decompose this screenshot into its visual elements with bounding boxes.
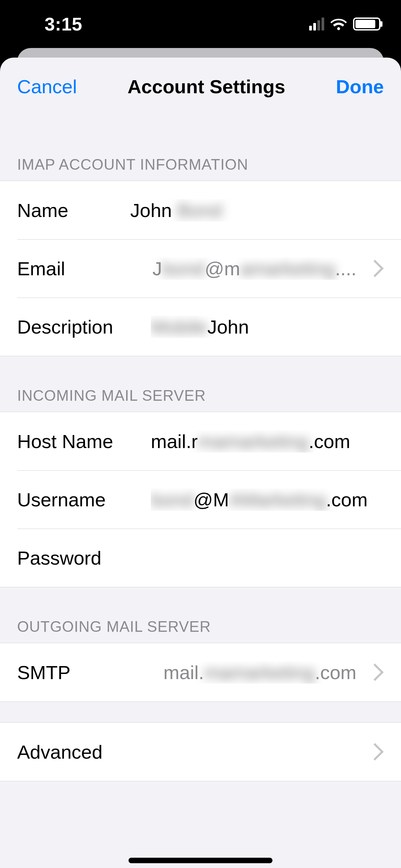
- chevron-right-icon: [366, 260, 384, 277]
- row-advanced[interactable]: Advanced: [0, 723, 401, 781]
- settings-sheet: Cancel Account Settings Done IMAP ACCOUN…: [0, 58, 401, 868]
- page-title: Account Settings: [127, 75, 285, 98]
- section-header-imap: IMAP ACCOUNT INFORMATION: [0, 111, 401, 181]
- smtp-label: SMTP: [17, 661, 130, 684]
- row-username[interactable]: Username bond@MAMarketing.com: [0, 470, 401, 529]
- row-name[interactable]: Name John Bond: [0, 181, 401, 239]
- chevron-right-icon: [366, 743, 384, 761]
- row-description[interactable]: Description MobileJohn: [0, 298, 401, 356]
- battery-icon: [353, 17, 380, 31]
- status-time: 3:15: [45, 13, 82, 35]
- description-label: Description: [17, 316, 151, 338]
- email-value: Jbond@mamarketing....: [130, 257, 363, 280]
- incoming-group: Host Name mail.rmamarketing.com Username…: [0, 412, 401, 587]
- advanced-group: Advanced: [0, 722, 401, 781]
- password-label: Password: [17, 547, 151, 569]
- done-button[interactable]: Done: [336, 75, 384, 98]
- row-hostname[interactable]: Host Name mail.rmamarketing.com: [0, 412, 401, 470]
- chevron-right-icon: [366, 664, 384, 681]
- section-header-incoming: INCOMING MAIL SERVER: [0, 356, 401, 412]
- smtp-value: mail.mamarketing.com: [130, 661, 363, 684]
- wifi-icon: [330, 17, 347, 31]
- description-value[interactable]: MobileJohn: [151, 316, 384, 338]
- cellular-signal-icon: [309, 17, 324, 31]
- username-value[interactable]: bond@MAMarketing.com: [151, 489, 384, 511]
- status-bar: 3:15: [0, 0, 401, 48]
- outgoing-group: SMTP mail.mamarketing.com: [0, 643, 401, 702]
- home-indicator[interactable]: [129, 858, 272, 863]
- name-value[interactable]: John Bond: [130, 199, 384, 221]
- username-label: Username: [17, 489, 151, 511]
- cancel-button[interactable]: Cancel: [17, 75, 77, 98]
- row-smtp[interactable]: SMTP mail.mamarketing.com: [0, 643, 401, 701]
- status-icons: [309, 17, 380, 31]
- navigation-bar: Cancel Account Settings Done: [0, 58, 401, 111]
- row-email[interactable]: Email Jbond@mamarketing....: [0, 239, 401, 298]
- name-label: Name: [17, 199, 130, 221]
- email-label: Email: [17, 257, 130, 280]
- imap-group: Name John Bond Email Jbond@mamarketing..…: [0, 181, 401, 356]
- hostname-value[interactable]: mail.rmamarketing.com: [151, 430, 384, 453]
- advanced-label: Advanced: [17, 741, 363, 763]
- section-header-outgoing: OUTGOING MAIL SERVER: [0, 587, 401, 643]
- row-password[interactable]: Password: [0, 529, 401, 587]
- hostname-label: Host Name: [17, 430, 151, 453]
